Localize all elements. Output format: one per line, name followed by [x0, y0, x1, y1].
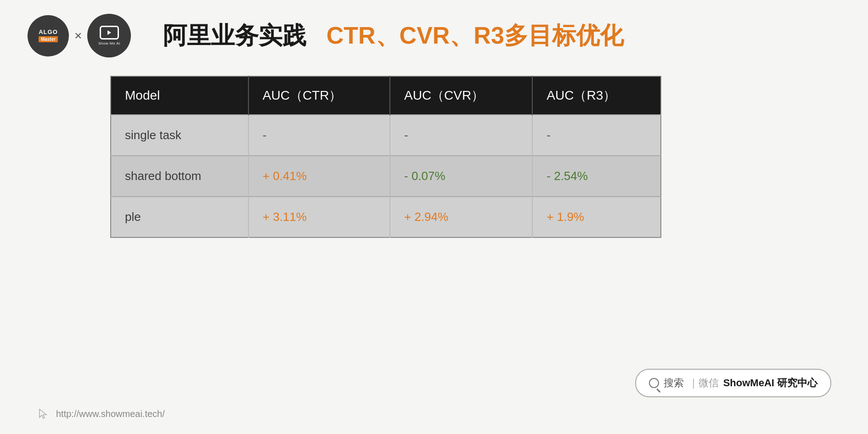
- cell-ctr: -: [248, 115, 390, 156]
- header: ALGO Master × Show Me AI 阿里业务实践 CTR、CVR、…: [28, 14, 840, 57]
- showme-text: Show Me AI: [98, 41, 120, 45]
- search-divider: ｜微信: [688, 376, 719, 390]
- cell-r3: + 1.9%: [532, 197, 661, 237]
- page-title: 阿里业务实践 CTR、CVR、R3多目标优化: [163, 20, 623, 52]
- cell-model: shared bottom: [111, 156, 248, 197]
- footer: http://www.showmeai.tech/: [37, 407, 165, 420]
- cell-ctr: + 3.11%: [248, 197, 390, 237]
- table-container: Model AUC（CTR） AUC（CVR） AUC（R3） single t…: [110, 76, 661, 238]
- col-header-cvr: AUC（CVR）: [390, 76, 532, 115]
- page-container: ALGO Master × Show Me AI 阿里业务实践 CTR、CVR、…: [0, 0, 868, 434]
- cell-model: single task: [111, 115, 248, 156]
- search-label: 搜索: [664, 376, 684, 390]
- cell-r3: -: [532, 115, 661, 156]
- algo-orange-bar: Master: [39, 36, 58, 42]
- cell-cvr: -: [390, 115, 532, 156]
- table-row: ple+ 3.11%+ 2.94%+ 1.9%: [111, 197, 661, 237]
- table-header-row: Model AUC（CTR） AUC（CVR） AUC（R3）: [111, 76, 661, 115]
- search-brand: ShowMeAI 研究中心: [723, 376, 817, 390]
- title-orange: CTR、CVR、R3多目标优化: [327, 22, 624, 49]
- showme-icon: [100, 26, 119, 39]
- col-header-model: Model: [111, 76, 248, 115]
- col-header-r3: AUC（R3）: [532, 76, 661, 115]
- cell-r3: - 2.54%: [532, 156, 661, 197]
- algo-master-logo: ALGO Master: [28, 15, 69, 56]
- cell-ctr: + 0.41%: [248, 156, 390, 197]
- col-header-ctr: AUC（CTR）: [248, 76, 390, 115]
- comparison-table: Model AUC（CTR） AUC（CVR） AUC（R3） single t…: [110, 76, 661, 238]
- showme-logo: Show Me AI: [87, 14, 131, 57]
- search-box[interactable]: 搜索 ｜微信 ShowMeAI 研究中心: [635, 369, 831, 397]
- cell-cvr: + 2.94%: [390, 197, 532, 237]
- title-black: 阿里业务实践: [163, 22, 306, 49]
- table-row: single task---: [111, 115, 661, 156]
- cell-cvr: - 0.07%: [390, 156, 532, 197]
- logo-group: ALGO Master × Show Me AI: [28, 14, 131, 57]
- cursor-icon: [37, 407, 50, 420]
- search-icon: [649, 378, 659, 388]
- cell-model: ple: [111, 197, 248, 237]
- footer-url-text: http://www.showmeai.tech/: [56, 409, 165, 419]
- algo-word: ALGO: [39, 29, 58, 35]
- x-separator: ×: [74, 28, 82, 43]
- table-row: shared bottom+ 0.41%- 0.07%- 2.54%: [111, 156, 661, 197]
